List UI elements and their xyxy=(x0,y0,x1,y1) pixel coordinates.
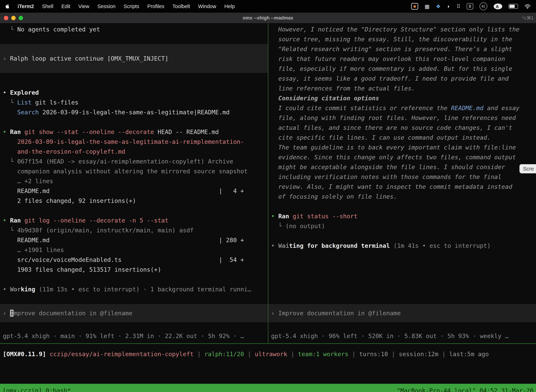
left-pane[interactable]: └ No agents completed yet › Ralph loop a… xyxy=(0,23,268,343)
waiting-label-dim: Wai xyxy=(278,242,289,249)
screen-recording-indicator[interactable]: ■ xyxy=(411,3,418,10)
apps-grid-icon[interactable]: ⠿ xyxy=(456,3,460,9)
omx-status-bar: [OMX#0.11.9] cczip/essay/ai-reimplementa… xyxy=(0,344,536,384)
input-source-icon[interactable]: A xyxy=(494,4,502,9)
right-status-line: gpt-5.4 xhigh · 96% left · 520K in · 5.8… xyxy=(268,331,536,341)
screen-sharing-overlay-button[interactable]: Scre xyxy=(519,164,536,173)
battery-percent-icon[interactable]: 61 xyxy=(479,2,487,10)
output-text: … +1901 lines xyxy=(3,246,64,253)
wifi-icon[interactable] xyxy=(524,4,531,9)
window-titlebar[interactable]: omx --xhigh --madmax ⌥⌘1 xyxy=(0,13,536,23)
separator: | xyxy=(194,350,204,358)
tool-verb-search: Search xyxy=(17,109,39,116)
apple-menu-icon[interactable] xyxy=(5,4,10,9)
text-cursor: I xyxy=(10,310,14,317)
menu-view[interactable]: View xyxy=(78,4,89,9)
macos-menubar: iTerm2 Shell Edit View Session Scripts P… xyxy=(0,0,536,13)
bullet-icon: • xyxy=(3,217,10,224)
blue-app-icon[interactable]: ❖ xyxy=(436,3,441,9)
window-title: omx --xhigh --madmax xyxy=(243,15,293,21)
tree-glyph: └ xyxy=(3,26,17,33)
menu-session[interactable]: Session xyxy=(97,4,115,9)
waiting-detail: (1m 41s • esc to interrupt) xyxy=(390,242,491,249)
command-wrap-line: and-the-erosion-of-copyleft.md xyxy=(0,147,268,156)
diffstat-text: README.md | 4 + xyxy=(3,187,244,194)
dark-app-icon[interactable]: ◗ xyxy=(447,3,450,9)
right-input-box[interactable]: › Improve documentation in @filename xyxy=(268,304,536,322)
diffstat-summary-line: 2 files changed, 92 insertions(+) xyxy=(0,196,268,206)
minimize-window-button[interactable] xyxy=(11,16,16,20)
command-output-line: companion analysis without altering the … xyxy=(0,166,268,176)
close-window-button[interactable] xyxy=(4,16,8,20)
menu-edit[interactable]: Edit xyxy=(61,4,70,9)
model-status-text: gpt-5.4 xhigh · 96% left · 520K in · 5.8… xyxy=(271,332,509,340)
menu-window[interactable]: Window xyxy=(198,4,216,9)
working-status-line: • Working (11m 13s • esc to interrupt) ·… xyxy=(0,284,268,294)
menubar-status-area: ■ ▦ ❖ ◗ ⠿ 8 61 A xyxy=(411,2,531,10)
output-text: └ 067f154 (HEAD -> essay/ai-reimplementa… xyxy=(3,158,233,165)
separator: | xyxy=(244,350,255,358)
diffstat-text: src/voice/voiceModeEnabled.ts | 54 + xyxy=(3,256,244,263)
grid-app-icon[interactable]: ▦ xyxy=(425,3,429,9)
window-hotkey: ⌥⌘1 xyxy=(522,15,534,21)
explored-list-line: └ List git ls-files xyxy=(0,98,268,107)
diffstat-line: README.md | 4 + xyxy=(0,186,268,196)
reasoning-paragraph: However, I noticed the "Directory Struct… xyxy=(278,24,519,93)
menu-help[interactable]: Help xyxy=(224,4,235,9)
omx-worktree-path: cczip/essay/ai-reimplementation-copyleft xyxy=(50,350,194,358)
input-text: mprove documentation in @filename xyxy=(14,310,132,317)
prompt-chevron: › xyxy=(3,55,10,62)
omx-version: [OMX#0.11.9] xyxy=(3,350,50,358)
output-text: └ (no output) xyxy=(271,223,325,229)
ran-git-log-line: • Ran git log --oneline --decorate -n 5 … xyxy=(0,215,268,225)
right-pane[interactable]: However, I noticed the "Directory Struct… xyxy=(268,23,536,343)
separator: | xyxy=(348,350,359,358)
command-text: and-the-erosion-of-copyleft.md xyxy=(3,148,125,155)
omx-session-time: session:12m xyxy=(399,350,438,358)
input-text: Improve documentation in @filename xyxy=(278,310,401,317)
key-8-icon[interactable]: 8 xyxy=(467,3,473,9)
output-text: companion analysis without altering the … xyxy=(3,168,248,175)
zoom-window-button[interactable] xyxy=(19,16,23,20)
tmux-session-window[interactable]: [omx-cczip] 0:bash* xyxy=(2,387,71,392)
diffstat-text: 1903 files changed, 513517 insertions(+) xyxy=(3,266,161,273)
diffstat-line: README.md | 280 + xyxy=(0,235,268,245)
command-text: git log --oneline --decorate -n 5 --stat xyxy=(24,217,168,224)
menu-iterm2[interactable]: iTerm2 xyxy=(18,4,34,9)
explored-header-line: • Explored xyxy=(0,88,268,98)
working-label-dim: Wor xyxy=(10,286,21,293)
prompt-chevron: › xyxy=(271,310,278,317)
bullet-icon: • xyxy=(3,89,10,96)
inject-prompt-box: › Ralph loop active continue [OMX_TMUX_I… xyxy=(0,44,268,73)
reasoning-paragraph: I could cite commit statistics or refere… xyxy=(278,103,519,142)
left-input-box[interactable]: › Improve documentation in @filename xyxy=(0,304,268,322)
terminal-area: └ No agents completed yet › Ralph loop a… xyxy=(0,23,536,343)
output-text: └ 4b9d30f (origin/main, instructkr/main,… xyxy=(3,227,194,234)
agents-note-text: No agents completed yet xyxy=(17,26,100,33)
menu-toolbelt[interactable]: Toolbelt xyxy=(172,4,190,9)
tmux-host-clock: "MacBook-Pro-44.local" 04:52 31-Mar-26 xyxy=(397,387,534,392)
omx-last-activity: last:5m ago xyxy=(449,350,489,358)
battery-icon[interactable] xyxy=(509,4,518,9)
bullet-icon: • xyxy=(271,213,278,220)
omx-team-workers: team:1 workers xyxy=(298,350,349,358)
command-args: HEAD -- README.md xyxy=(158,128,219,135)
ran-verb: Ran xyxy=(10,128,24,135)
working-detail: (11m 13s • esc to interrupt) · 1 backgro… xyxy=(35,286,251,293)
menu-shell[interactable]: Shell xyxy=(42,4,53,9)
command-output-line: └ 4b9d30f (origin/main, instructkr/main,… xyxy=(0,225,268,235)
working-label: king xyxy=(21,286,35,293)
waiting-status-line: • Waiting for background terminal (1m 41… xyxy=(268,241,536,251)
waiting-label: ting for background terminal xyxy=(289,242,390,249)
file-reference-link[interactable]: README.md xyxy=(451,104,483,112)
ran-verb: Ran xyxy=(278,213,293,220)
battery-fill xyxy=(509,5,515,8)
tool-args: 2026-03-09-is-legal-the-same-as-legitima… xyxy=(39,109,230,116)
traffic-lights xyxy=(4,16,23,20)
menu-profiles[interactable]: Profiles xyxy=(147,4,164,9)
menu-scripts[interactable]: Scripts xyxy=(124,4,139,9)
tree-glyph: └ xyxy=(3,99,17,106)
ran-git-status-line: • Ran git status --short xyxy=(268,211,536,221)
model-status-text: gpt-5.4 xhigh · main · 91% left · 2.31M … xyxy=(3,332,244,340)
bullet-icon: • xyxy=(3,128,10,135)
